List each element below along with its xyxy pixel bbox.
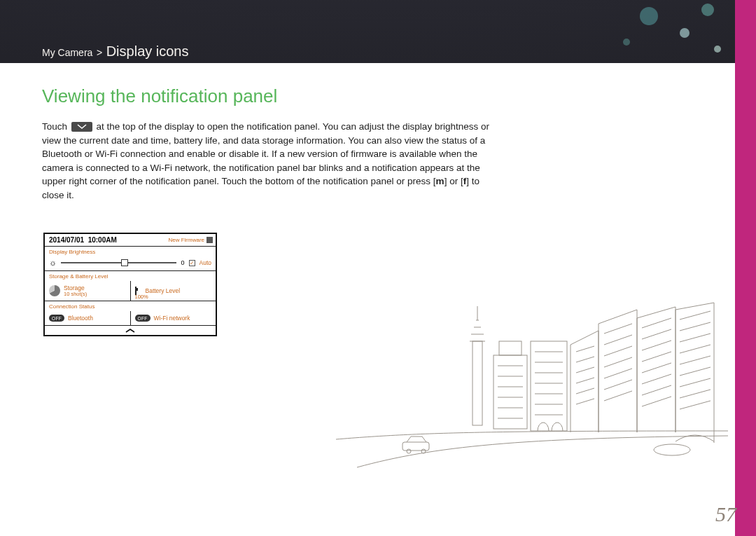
new-firmware-indicator[interactable]: New Firmware <box>168 237 216 243</box>
bluetooth-toggle[interactable]: OFF <box>49 315 64 322</box>
wifi-toggle[interactable]: OFF <box>135 315 150 322</box>
svg-rect-5 <box>499 341 522 355</box>
bokeh-dot <box>623 39 630 46</box>
svg-rect-3 <box>472 341 482 425</box>
bokeh-dot <box>680 28 690 38</box>
svg-line-49 <box>680 401 710 409</box>
auto-checkbox[interactable]: ✓ <box>189 260 195 266</box>
page-title: Viewing the notification panel <box>42 85 504 107</box>
battery-cell[interactable]: 100% Battery Level <box>130 281 216 301</box>
svg-line-21 <box>576 357 594 362</box>
breadcrumb: My Camera > Display icons <box>42 43 189 60</box>
wifi-cell[interactable]: OFF Wi-Fi network <box>130 311 216 325</box>
svg-line-32 <box>604 391 632 401</box>
bokeh-dot <box>714 46 721 53</box>
svg-line-35 <box>642 341 671 350</box>
body-text-post: at the top of the display to open the no… <box>42 121 489 186</box>
breadcrumb-sep: > <box>97 47 102 58</box>
battery-label: Battery Level <box>146 287 181 294</box>
svg-line-37 <box>642 363 671 373</box>
svg-point-1 <box>407 449 411 453</box>
download-icon <box>206 237 213 243</box>
bluetooth-cell[interactable]: OFF Bluetooth <box>45 311 130 325</box>
svg-line-33 <box>642 318 671 328</box>
svg-line-24 <box>576 388 594 394</box>
svg-line-25 <box>576 399 594 404</box>
battery-pct: 100% <box>135 294 148 300</box>
svg-line-41 <box>680 311 710 319</box>
storage-sub: 10 shot(s) <box>64 291 87 297</box>
brightness-slider[interactable] <box>61 262 176 263</box>
svg-line-28 <box>604 346 632 356</box>
breadcrumb-page: Display icons <box>106 43 189 59</box>
wifi-label: Wi-Fi network <box>154 315 190 322</box>
body-text-mid: ] or [ <box>444 176 463 186</box>
page-number: 57 <box>715 502 736 526</box>
svg-line-22 <box>576 367 594 373</box>
svg-line-39 <box>642 385 671 395</box>
svg-line-44 <box>680 345 710 353</box>
svg-rect-4 <box>493 355 527 429</box>
bokeh-dot <box>640 7 658 25</box>
svg-line-40 <box>642 397 671 406</box>
panel-date: 2014/07/01 10:00AM <box>45 236 117 244</box>
notification-panel: 2014/07/01 10:00AM New Firmware Display … <box>43 233 217 336</box>
chevron-down-icon <box>71 122 92 132</box>
svg-line-38 <box>642 374 671 384</box>
svg-rect-12 <box>531 341 567 431</box>
svg-line-46 <box>680 367 710 376</box>
section-label-storage: Storage & Battery Level <box>45 271 216 281</box>
svg-line-26 <box>604 324 632 334</box>
svg-line-36 <box>642 352 671 362</box>
svg-line-29 <box>604 357 632 367</box>
svg-line-45 <box>680 356 710 364</box>
key-m: m <box>436 176 444 186</box>
tab-strip <box>735 0 756 536</box>
svg-point-50 <box>654 444 690 455</box>
body-text-pre: Touch <box>42 121 70 132</box>
svg-line-20 <box>576 346 594 352</box>
cityscape-illustration <box>336 285 728 481</box>
chevron-up-icon <box>125 328 136 334</box>
svg-line-34 <box>642 329 671 339</box>
body-paragraph: Touch at the top of the display to open … <box>42 120 504 202</box>
storage-cell[interactable]: Storage 10 shot(s) <box>45 281 130 301</box>
brightness-icon: ☼ <box>49 258 57 268</box>
svg-line-42 <box>680 322 710 331</box>
panel-close-handle[interactable] <box>45 325 216 335</box>
storage-pie-icon <box>49 285 60 296</box>
svg-line-47 <box>680 378 710 387</box>
bluetooth-label: Bluetooth <box>68 315 93 322</box>
bokeh-dot <box>701 4 714 16</box>
svg-rect-0 <box>402 442 429 451</box>
section-label-connection: Connection Status <box>45 301 216 311</box>
svg-line-48 <box>680 390 710 398</box>
svg-line-27 <box>604 335 632 345</box>
svg-line-31 <box>604 380 632 390</box>
section-label-brightness: Display Brightness <box>45 247 216 256</box>
svg-line-43 <box>680 334 710 342</box>
breadcrumb-section: My Camera <box>42 47 92 58</box>
svg-line-23 <box>576 378 594 383</box>
brightness-value: 0 <box>181 259 184 266</box>
auto-label: Auto <box>200 259 212 266</box>
svg-line-30 <box>604 369 632 378</box>
